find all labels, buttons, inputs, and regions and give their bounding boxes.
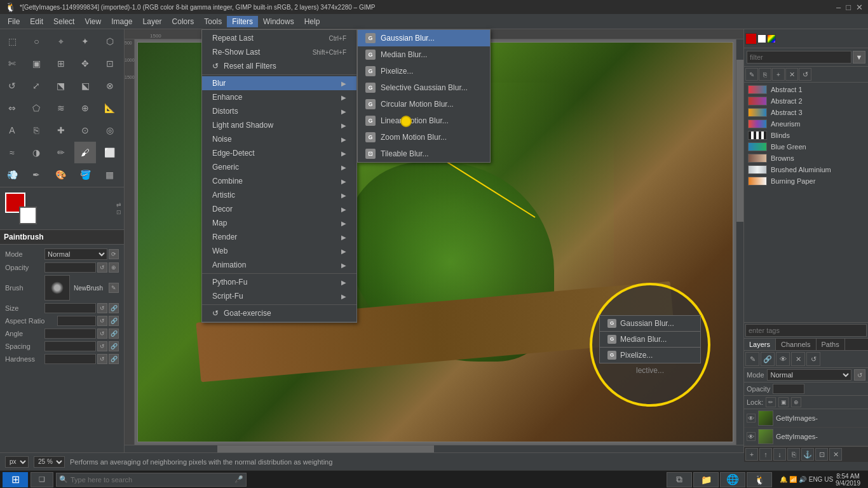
background-color[interactable]: [19, 207, 37, 224]
tool-crop[interactable]: ⊡: [99, 53, 121, 74]
gradient-item-brushed[interactable]: Brushed Aluminium: [745, 164, 867, 175]
layers-opacity-input[interactable]: 100.0: [773, 384, 804, 394]
gradient-item-browns[interactable]: Browns: [745, 152, 867, 164]
layers-mode-select[interactable]: Normal: [767, 369, 851, 381]
angle-input[interactable]: 0.00: [44, 329, 96, 339]
aspect-link-btn[interactable]: 🔗: [109, 316, 119, 326]
layer-tool-edit[interactable]: ✎: [745, 352, 759, 366]
tool-healing[interactable]: ✚: [50, 119, 72, 141]
tool-transform[interactable]: ⊗: [99, 75, 121, 97]
layer-merge-btn[interactable]: ⊡: [815, 448, 828, 461]
tool-fill[interactable]: 🪣: [74, 164, 96, 186]
tool-move[interactable]: ✥: [74, 53, 96, 74]
filter-generic[interactable]: Generic ▶: [202, 160, 356, 174]
tool-clone[interactable]: ⎘: [25, 119, 47, 141]
tool-pencil[interactable]: ✏: [50, 142, 72, 163]
search-input[interactable]: [71, 476, 232, 484]
filter-render[interactable]: Render ▶: [202, 230, 356, 244]
tool-eraser[interactable]: ⬜: [99, 142, 121, 163]
size-link-btn[interactable]: 🔗: [109, 303, 119, 313]
layer-tool-view[interactable]: 👁: [776, 352, 790, 366]
tool-free-select[interactable]: ⌖: [50, 30, 72, 52]
size-input[interactable]: 95.00: [44, 303, 96, 313]
blur-median[interactable]: G Median Blur...: [358, 46, 490, 63]
layer-row-0[interactable]: 👁 GettyImages-: [744, 409, 868, 428]
fg-swatch[interactable]: [745, 33, 757, 44]
angle-link-btn[interactable]: 🔗: [109, 329, 119, 339]
gradient-item-abstract1[interactable]: Abstract 1: [745, 84, 867, 95]
tool-cage-transform[interactable]: ⬠: [25, 97, 47, 119]
filter-blur[interactable]: Blur ▶: [202, 76, 356, 90]
horizontal-scrollbar[interactable]: [125, 445, 743, 452]
aspect-reset-btn[interactable]: ↺: [97, 316, 107, 326]
menu-view[interactable]: View: [79, 16, 106, 27]
aspect-input[interactable]: 0.00: [57, 316, 96, 326]
gradient-filter-input[interactable]: [747, 51, 851, 64]
menu-help[interactable]: Help: [299, 16, 325, 27]
tool-airbrush[interactable]: 💨: [1, 164, 23, 186]
menu-edit[interactable]: Edit: [25, 16, 48, 27]
menu-tools[interactable]: Tools: [199, 16, 227, 27]
vscroll-thumb[interactable]: [736, 60, 743, 222]
color-swatch[interactable]: [767, 34, 776, 43]
brush-edit-btn[interactable]: ✎: [109, 283, 119, 293]
angle-reset-btn[interactable]: ↺: [97, 329, 107, 339]
unit-select[interactable]: px: [5, 456, 29, 468]
lock-alpha-btn[interactable]: ▣: [778, 397, 789, 407]
tool-measure[interactable]: 📐: [99, 97, 121, 119]
spacing-reset-btn[interactable]: ↺: [97, 341, 107, 351]
blur-pixelize[interactable]: G Pixelize...: [358, 63, 490, 79]
taskbar-icon-taskview[interactable]: ⧉: [667, 472, 692, 487]
tool-mypainter[interactable]: 🎨: [50, 164, 72, 186]
tool-gradient[interactable]: ▦: [99, 164, 121, 186]
hscroll-thumb[interactable]: [217, 445, 434, 452]
opacity-input[interactable]: 100.0: [44, 262, 96, 273]
opacity-up-btn[interactable]: ⊕: [109, 262, 119, 273]
blur-tileable[interactable]: ⊡ Tileable Blur...: [358, 146, 490, 162]
menu-image[interactable]: Image: [106, 16, 137, 27]
filter-reshow-last[interactable]: Re-Show Last Shift+Ctrl+F: [202, 45, 356, 59]
tool-ink[interactable]: ✒: [25, 164, 47, 186]
tool-scale[interactable]: ⤢: [25, 75, 47, 97]
layer-tool-delete[interactable]: ✕: [791, 352, 805, 366]
lock-pixels-btn[interactable]: ✏: [766, 397, 776, 407]
layer-add-btn[interactable]: +: [745, 448, 758, 461]
tags-input[interactable]: [745, 324, 867, 337]
gradient-item-bluegreen[interactable]: Blue Green: [745, 141, 867, 152]
lock-position-btn[interactable]: ⊕: [791, 397, 801, 407]
size-reset-btn[interactable]: ↺: [97, 303, 107, 313]
maximize-button[interactable]: □: [846, 3, 851, 12]
tool-align[interactable]: ⊞: [50, 53, 72, 74]
tool-rotate[interactable]: ↺: [1, 75, 23, 97]
bg-swatch[interactable]: [757, 34, 766, 43]
layer-anchor-btn[interactable]: ⚓: [801, 448, 814, 461]
tool-select-by-color[interactable]: ⬡: [99, 30, 121, 52]
tool-flip[interactable]: ⇔: [1, 97, 23, 119]
menu-windows[interactable]: Windows: [258, 16, 299, 27]
filter-repeat-last[interactable]: Repeat Last Ctrl+F: [202, 31, 356, 45]
tool-fuzzy-select[interactable]: ✦: [74, 30, 96, 52]
menu-file[interactable]: File: [3, 16, 25, 27]
gradient-edit-btn[interactable]: ✎: [745, 68, 758, 81]
filter-goat-exercise[interactable]: ↺ Goat-exercise: [202, 306, 356, 320]
opacity-reset-btn[interactable]: ↺: [97, 262, 107, 273]
tool-foreground-select[interactable]: ▣: [25, 53, 47, 74]
menu-filters[interactable]: Filters: [227, 16, 258, 27]
zoom-select[interactable]: 25 %: [34, 456, 65, 468]
layer-visibility-0[interactable]: 👁: [747, 414, 756, 423]
spacing-link-btn[interactable]: 🔗: [109, 341, 119, 351]
mode-cycle-btn[interactable]: ⟳: [109, 249, 119, 259]
minimize-button[interactable]: –: [836, 3, 841, 12]
gradient-item-abstract3[interactable]: Abstract 3: [745, 107, 867, 118]
filter-map[interactable]: Map ▶: [202, 216, 356, 230]
hardness-input[interactable]: 100.0: [44, 354, 96, 364]
tool-text[interactable]: A: [1, 119, 23, 141]
tab-channels[interactable]: Channels: [776, 339, 816, 350]
tool-perspective[interactable]: ⬕: [74, 75, 96, 97]
tab-layers[interactable]: Layers: [744, 339, 776, 350]
filter-artistic[interactable]: Artistic ▶: [202, 188, 356, 202]
fg-bg-colors[interactable]: [5, 193, 37, 224]
tool-perspective-clone[interactable]: ⊙: [74, 119, 96, 141]
layer-row-1[interactable]: 👁 GettyImages-: [744, 428, 868, 446]
tool-scissors[interactable]: ✄: [1, 53, 23, 74]
